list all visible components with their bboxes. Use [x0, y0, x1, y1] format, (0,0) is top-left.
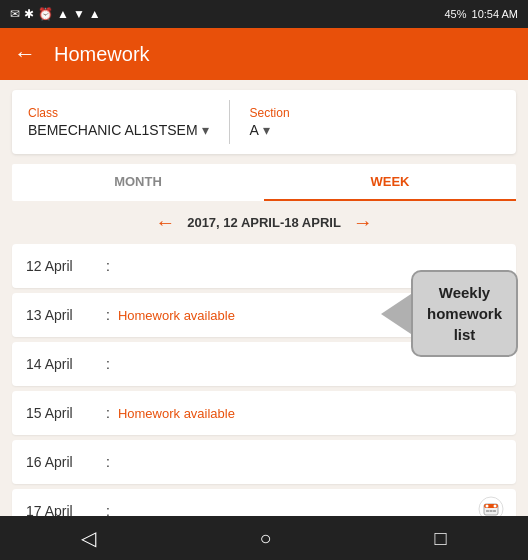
status-bar: ✉ ✱ ⏰ ▲ ▼ ▲ 45% 10:54 AM	[0, 0, 528, 28]
tab-month[interactable]: MONTH	[12, 164, 264, 201]
class-picker[interactable]: Class BEMECHANIC AL1STSEM ▾	[28, 106, 209, 138]
week-nav: ← 2017, 12 APRIL-18 APRIL →	[0, 201, 528, 240]
recents-nav-button[interactable]: □	[434, 527, 446, 550]
homework-text-15: Homework available	[118, 406, 235, 421]
svg-rect-6	[490, 510, 493, 512]
back-button[interactable]: ←	[14, 41, 36, 67]
back-nav-button[interactable]: ◁	[81, 526, 96, 550]
class-value: BEMECHANIC AL1STSEM	[28, 122, 198, 138]
tabs-row: MONTH WEEK	[12, 164, 516, 201]
signal-bars-icon: ▲	[89, 7, 101, 21]
svg-point-3	[486, 505, 489, 508]
day-colon-16: :	[106, 454, 110, 470]
picker-divider	[229, 100, 230, 144]
status-bar-right: 45% 10:54 AM	[444, 8, 518, 20]
signal-icon: ▲	[57, 7, 69, 21]
svg-rect-7	[493, 510, 496, 512]
week-next-button[interactable]: →	[353, 211, 373, 234]
class-label: Class	[28, 106, 209, 120]
svg-rect-5	[486, 510, 489, 512]
svg-point-4	[494, 505, 497, 508]
callout-box: Weeklyhomeworklist	[411, 270, 518, 357]
bluetooth-icon: ✱	[24, 7, 34, 21]
envelope-icon: ✉	[10, 7, 20, 21]
day-label-12: 12 April	[26, 258, 106, 274]
day-row-16-april[interactable]: 16 April :	[12, 440, 516, 484]
day-colon-14: :	[106, 356, 110, 372]
section-dropdown-icon: ▾	[263, 122, 270, 138]
top-bar: ← Homework	[0, 28, 528, 80]
time-display: 10:54 AM	[472, 8, 518, 20]
day-label-13: 13 April	[26, 307, 106, 323]
week-prev-button[interactable]: ←	[155, 211, 175, 234]
section-label: Section	[250, 106, 290, 120]
battery-percent: 45%	[444, 8, 466, 20]
alarm-icon: ⏰	[38, 7, 53, 21]
class-dropdown-icon: ▾	[202, 122, 209, 138]
status-bar-left: ✉ ✱ ⏰ ▲ ▼ ▲	[10, 7, 101, 21]
day-row-15-april[interactable]: 15 April : Homework available	[12, 391, 516, 435]
callout-container: Weeklyhomeworklist	[381, 270, 518, 357]
day-colon-15: :	[106, 405, 110, 421]
day-colon-12: :	[106, 258, 110, 274]
class-section-picker: Class BEMECHANIC AL1STSEM ▾ Section A ▾	[12, 90, 516, 154]
section-value: A	[250, 122, 259, 138]
homework-text-13: Homework available	[118, 308, 235, 323]
day-colon-13: :	[106, 307, 110, 323]
bottom-nav: ◁ ○ □	[0, 516, 528, 560]
day-label-15: 15 April	[26, 405, 106, 421]
section-picker[interactable]: Section A ▾	[250, 106, 290, 138]
callout-arrow	[381, 294, 411, 334]
week-range-label: 2017, 12 APRIL-18 APRIL	[187, 215, 341, 230]
tab-week[interactable]: WEEK	[264, 164, 516, 201]
wifi-icon: ▼	[73, 7, 85, 21]
page-title: Homework	[54, 43, 150, 66]
home-nav-button[interactable]: ○	[259, 527, 271, 550]
day-label-14: 14 April	[26, 356, 106, 372]
callout-text: Weeklyhomeworklist	[427, 284, 502, 343]
day-label-16: 16 April	[26, 454, 106, 470]
